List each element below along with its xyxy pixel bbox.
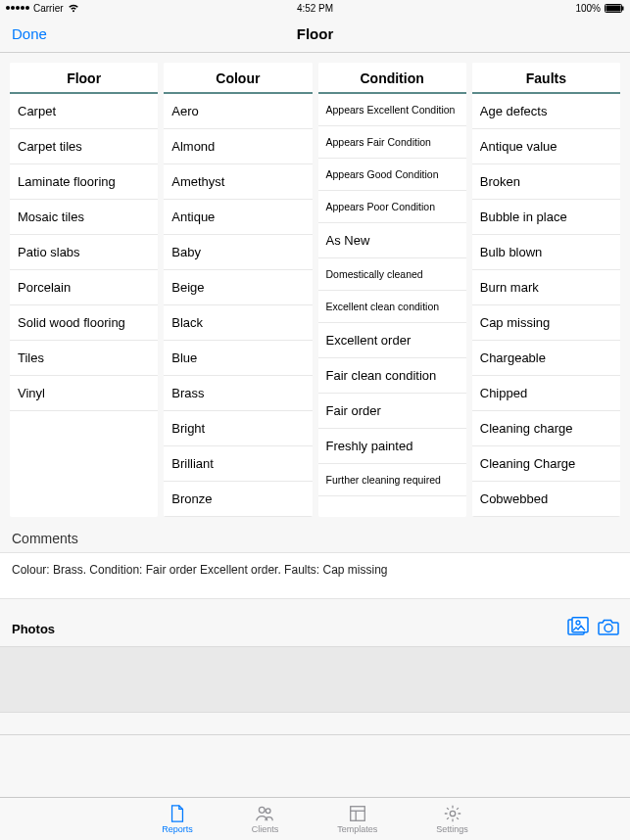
picker-option[interactable]: Fair order xyxy=(318,394,466,429)
camera-icon[interactable] xyxy=(597,617,620,640)
status-right: 100% xyxy=(575,3,624,14)
svg-rect-9 xyxy=(350,807,364,821)
svg-rect-2 xyxy=(622,6,624,10)
carrier-label: Carrier xyxy=(33,3,64,14)
picker-option[interactable]: Tiles xyxy=(10,341,158,376)
picker-option[interactable]: Vinyl xyxy=(10,376,158,411)
gallery-icon[interactable] xyxy=(567,617,591,640)
page-title: Floor xyxy=(297,25,334,42)
picker-option[interactable]: Appears Poor Condition xyxy=(318,191,466,223)
tab-reports[interactable]: Reports xyxy=(162,804,193,834)
picker-option[interactable]: Blue xyxy=(164,341,312,376)
picker-columns: FloorCarpetCarpet tilesLaminate flooring… xyxy=(0,53,630,517)
picker-option[interactable]: Mosaic tiles xyxy=(10,200,158,235)
picker-option[interactable]: Appears Good Condition xyxy=(318,159,466,191)
picker-column-colour[interactable]: ColourAeroAlmondAmethystAntiqueBabyBeige… xyxy=(164,63,312,517)
picker-option[interactable]: Freshly painted xyxy=(318,429,466,464)
picker-option[interactable]: Age defects xyxy=(472,94,620,129)
svg-rect-4 xyxy=(572,618,588,632)
picker-option[interactable]: Burn mark xyxy=(472,270,620,305)
tab-label: Clients xyxy=(252,824,279,834)
comments-label: Comments xyxy=(0,525,630,552)
picker-option[interactable]: Carpet tiles xyxy=(10,129,158,164)
picker-option[interactable]: Bulb blown xyxy=(472,235,620,270)
picker-option[interactable]: Baby xyxy=(164,235,312,270)
svg-rect-1 xyxy=(606,5,621,11)
svg-point-7 xyxy=(260,807,266,813)
picker-option[interactable]: Antique xyxy=(164,200,312,235)
picker-option[interactable]: Further cleaning required xyxy=(318,464,466,496)
svg-point-6 xyxy=(605,625,612,632)
picker-option[interactable]: Amethyst xyxy=(164,164,312,200)
picker-option[interactable]: Domestically cleaned xyxy=(318,258,466,291)
svg-point-8 xyxy=(267,809,271,814)
wifi-icon xyxy=(68,4,79,13)
done-button[interactable]: Done xyxy=(12,25,47,42)
picker-option[interactable]: Broken xyxy=(472,164,620,200)
picker-option[interactable]: Excellent clean condition xyxy=(318,291,466,323)
picker-option[interactable]: Bright xyxy=(164,411,312,446)
tab-templates[interactable]: Templates xyxy=(337,804,377,834)
column-header: Colour xyxy=(164,63,312,94)
tab-label: Reports xyxy=(162,824,193,834)
picker-option[interactable]: Porcelain xyxy=(10,270,158,305)
picker-option[interactable]: Laminate flooring xyxy=(10,164,158,200)
picker-option[interactable]: Solid wood flooring xyxy=(10,305,158,341)
picker-option[interactable]: Fair clean condition xyxy=(318,358,466,394)
picker-option[interactable]: Appears Excellent Condition xyxy=(318,94,466,126)
battery-percent: 100% xyxy=(575,3,601,14)
photos-label: Photos xyxy=(12,622,55,636)
nav-bar: Done Floor xyxy=(0,16,630,53)
tab-settings[interactable]: Settings xyxy=(436,804,468,834)
picker-option[interactable]: Cap missing xyxy=(472,305,620,341)
tab-label: Templates xyxy=(337,824,377,834)
picker-column-floor[interactable]: FloorCarpetCarpet tilesLaminate flooring… xyxy=(10,63,158,517)
picker-option[interactable]: Patio slabs xyxy=(10,235,158,270)
comments-section: Comments Colour: Brass. Condition: Fair … xyxy=(0,525,630,599)
picker-option[interactable]: As New xyxy=(318,223,466,258)
picker-option[interactable]: Chargeable xyxy=(472,341,620,376)
signal-dots-icon xyxy=(6,6,29,10)
picker-option[interactable]: Excellent order xyxy=(318,323,466,358)
picker-option[interactable]: Cobwebbed xyxy=(472,482,620,517)
photos-section: Photos xyxy=(0,613,630,735)
status-time: 4:52 PM xyxy=(297,3,333,14)
picker-option[interactable]: Chipped xyxy=(472,376,620,411)
status-bar: Carrier 4:52 PM 100% xyxy=(0,0,630,16)
picker-option[interactable]: Bronze xyxy=(164,482,312,517)
picker-option[interactable]: Antique value xyxy=(472,129,620,164)
tab-bar: Reports Clients Templates Settings xyxy=(0,797,630,840)
picker-option[interactable]: Aero xyxy=(164,94,312,129)
status-left: Carrier xyxy=(6,3,79,14)
picker-column-condition[interactable]: ConditionAppears Excellent ConditionAppe… xyxy=(318,63,466,517)
picker-option[interactable]: Almond xyxy=(164,129,312,164)
picker-option[interactable]: Beige xyxy=(164,270,312,305)
svg-point-12 xyxy=(450,811,455,816)
picker-column-faults[interactable]: FaultsAge defectsAntique valueBrokenBubb… xyxy=(472,63,620,517)
picker-option[interactable]: Bubble in place xyxy=(472,200,620,235)
picker-option[interactable]: Cleaning charge xyxy=(472,411,620,446)
column-header: Condition xyxy=(318,63,466,94)
tab-clients[interactable]: Clients xyxy=(252,804,279,834)
photos-strip[interactable] xyxy=(0,646,630,713)
picker-option[interactable]: Brilliant xyxy=(164,446,312,482)
tab-label: Settings xyxy=(436,824,468,834)
picker-option[interactable]: Black xyxy=(164,305,312,341)
divider xyxy=(0,734,630,735)
picker-option[interactable]: Appears Fair Condition xyxy=(318,126,466,159)
comments-text[interactable]: Colour: Brass. Condition: Fair order Exc… xyxy=(0,552,630,599)
picker-option[interactable]: Brass xyxy=(164,376,312,411)
battery-icon xyxy=(605,4,624,13)
picker-option[interactable]: Cleaning Charge xyxy=(472,446,620,482)
column-header: Faults xyxy=(472,63,620,94)
picker-option[interactable]: Carpet xyxy=(10,94,158,129)
column-header: Floor xyxy=(10,63,158,94)
